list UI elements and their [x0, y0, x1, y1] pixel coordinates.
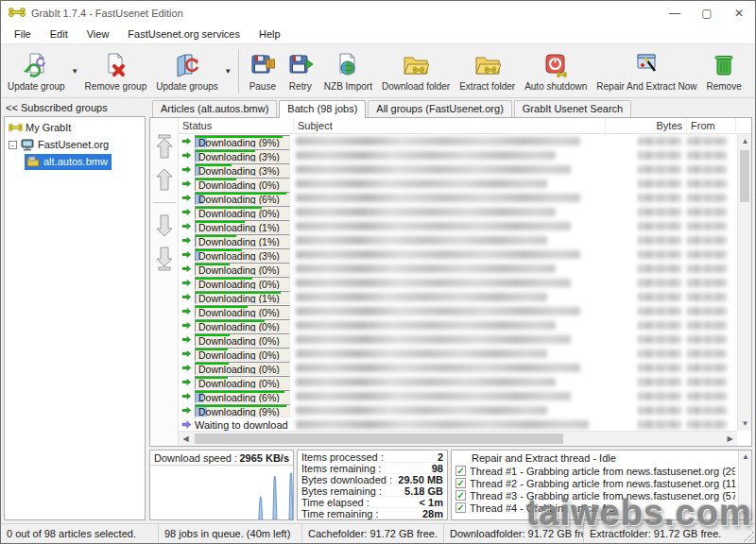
retry-button[interactable]: Retry	[282, 46, 319, 95]
thread-label: Thread #1 - Grabbing article from news.f…	[470, 466, 735, 477]
extract-folder-icon	[473, 51, 502, 79]
minimize-button[interactable]: —	[659, 1, 691, 26]
remove-group-button[interactable]: Remove group	[80, 46, 152, 95]
job-progress-box: Downloading (0%)	[195, 348, 290, 361]
job-bytes-blurred	[606, 392, 687, 400]
download-folder-button[interactable]: Download folder	[377, 46, 455, 95]
vertical-scrollbar[interactable]: ▲ ▼	[737, 134, 751, 431]
tree-item-alt-autos-bmw[interactable]: alt.autos.bmw	[5, 153, 145, 170]
job-from-blurred	[687, 208, 736, 216]
job-row[interactable]: Downloading (0%)	[179, 318, 736, 332]
tab-articles[interactable]: Articles (alt.autos.bmw)	[152, 100, 277, 117]
job-row[interactable]: Downloading (0%)	[179, 375, 736, 389]
job-row[interactable]: Downloading (3%)	[179, 162, 736, 177]
tree-item-my-grabit[interactable]: My GrabIt	[5, 119, 145, 136]
downloading-arrow-icon	[181, 221, 192, 231]
job-row[interactable]: Downloading (1%)	[179, 233, 736, 247]
update-groups-dropdown-icon[interactable]: ▼	[223, 46, 233, 95]
job-row[interactable]: Downloading (3%)	[179, 148, 736, 162]
job-row[interactable]: Downloading (0%)	[179, 262, 736, 276]
extract-folder-button[interactable]: Extract folder	[455, 46, 520, 95]
vertical-scroll-thumb[interactable]	[740, 150, 749, 202]
status-jobs-in-queue: 98 jobs in queue. (40m left)	[159, 524, 302, 543]
column-header-from[interactable]: From	[687, 118, 736, 134]
scroll-right-icon[interactable]: ▶	[723, 432, 737, 446]
job-row[interactable]: Downloading (1%)	[179, 219, 736, 233]
downloading-arrow-icon	[181, 405, 192, 416]
job-from-blurred	[687, 137, 736, 145]
tab-all-groups[interactable]: All groups (FastUsenet.org)	[368, 100, 512, 117]
job-row[interactable]: Downloading (0%)	[179, 347, 736, 361]
job-subject-blurred	[294, 406, 606, 415]
thread-checkbox[interactable]: ✓	[455, 466, 466, 476]
downloading-arrow-icon	[181, 292, 192, 302]
auto-shutdown-button[interactable]: Auto shutdown	[520, 46, 592, 95]
horizontal-scrollbar[interactable]: ◀ ▶	[179, 431, 737, 446]
horizontal-scroll-thumb[interactable]	[195, 434, 563, 444]
remove-group-icon	[101, 51, 129, 79]
close-button[interactable]: ✕	[723, 1, 755, 26]
tab-usenet-search[interactable]: GrabIt Usenet Search	[514, 100, 631, 117]
move-to-top-button[interactable]	[154, 133, 175, 162]
sidebar-collapse-button[interactable]: <<	[6, 102, 18, 113]
scroll-down-icon[interactable]: ▼	[738, 416, 752, 431]
stat-value: 28m	[422, 508, 443, 519]
tree-expander-icon[interactable]: -	[9, 141, 17, 149]
job-status-text: Downloading (0%)	[198, 335, 280, 347]
remove-button[interactable]: Remove	[701, 46, 746, 95]
job-row[interactable]: Downloading (6%)	[179, 389, 736, 403]
job-row[interactable]: Downloading (0%)	[179, 205, 736, 219]
thread-checkbox[interactable]: ✓	[455, 502, 466, 513]
job-row[interactable]: Downloading (0%)	[179, 276, 736, 290]
job-row[interactable]: Downloading (0%)	[179, 177, 736, 191]
job-row[interactable]: Downloading (9%)	[179, 403, 736, 417]
menu-item[interactable]: Edit	[41, 26, 77, 42]
main-area: Articles (alt.autos.bmw) Batch (98 jobs)…	[147, 98, 755, 523]
scroll-left-icon[interactable]: ◀	[179, 432, 193, 446]
job-row[interactable]: Downloading (0%)	[179, 304, 736, 318]
menu-item[interactable]: FastUsenet.org services	[118, 26, 249, 42]
move-to-bottom-button[interactable]	[154, 244, 175, 272]
column-header-status[interactable]: Status	[179, 118, 294, 134]
tree-item-fastusenet[interactable]: - FastUsenet.org	[5, 136, 145, 153]
job-row[interactable]: Downloading (0%)	[179, 332, 736, 347]
update-group-button[interactable]: Update group	[3, 46, 70, 95]
job-row[interactable]: Downloading (6%)	[179, 191, 736, 205]
nzb-import-button[interactable]: NZB Import	[319, 46, 377, 95]
toolbar-label: Remove group	[85, 81, 147, 92]
toolbar-label: Extract folder	[459, 81, 515, 92]
job-progress-box: Downloading (3%)	[195, 248, 290, 262]
job-bytes-blurred	[606, 321, 687, 330]
job-row[interactable]: Downloading (3%)	[179, 247, 736, 262]
job-row[interactable]: Downloading (0%)	[179, 361, 736, 375]
move-down-button[interactable]	[154, 211, 175, 239]
column-header-subject[interactable]: Subject	[294, 118, 606, 134]
menu-item[interactable]: Help	[249, 26, 290, 42]
job-row[interactable]: Downloading (1%)	[179, 290, 736, 304]
stat-row: Items remaining : 98	[301, 463, 443, 474]
scroll-up-icon[interactable]: ▲	[739, 450, 752, 463]
move-up-button[interactable]	[154, 166, 175, 195]
tab-batch[interactable]: Batch (98 jobs)	[279, 100, 366, 118]
menu-item[interactable]: File	[5, 26, 41, 42]
job-progress-box: Downloading (0%)	[195, 206, 290, 219]
scroll-up-icon[interactable]: ▲	[738, 134, 752, 148]
pause-button[interactable]: Pause	[244, 46, 282, 95]
column-header-bytes[interactable]: Bytes	[606, 118, 687, 134]
watermark-text: taiwebs.com	[526, 493, 752, 534]
update-groups-button[interactable]: Update groups	[151, 46, 223, 95]
repair-extract-button[interactable]: Repair And Extract Now	[592, 46, 701, 95]
job-from-blurred	[687, 222, 736, 230]
download-speed-panel: Download speed : 2965 KB/s	[149, 450, 294, 520]
job-status-text: Downloading (6%)	[198, 392, 280, 403]
remove-trash-icon	[710, 51, 738, 79]
maximize-button[interactable]: ▢	[691, 1, 723, 26]
waiting-job-row[interactable]: Waiting to download	[179, 417, 736, 432]
thread-checkbox[interactable]: ✓	[455, 478, 466, 488]
job-from-blurred	[687, 194, 736, 202]
menu-item[interactable]: View	[77, 26, 119, 42]
job-subject-blurred	[294, 222, 606, 230]
thread-checkbox[interactable]: ✓	[455, 490, 466, 501]
job-row[interactable]: Downloading (9%)	[179, 134, 736, 148]
update-group-dropdown-icon[interactable]: ▼	[70, 46, 80, 95]
